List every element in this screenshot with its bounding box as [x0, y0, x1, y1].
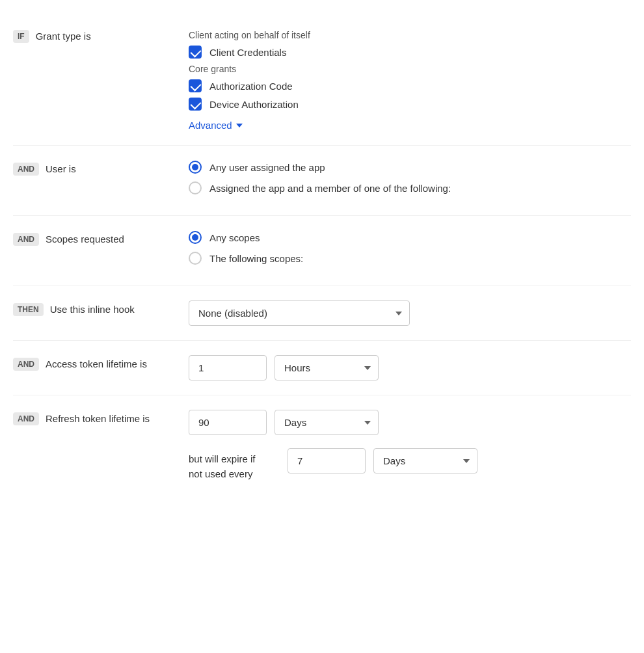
access-token-label-col: AND Access token lifetime is — [13, 355, 182, 371]
expire-label: but will expire if not used every — [189, 446, 280, 481]
inline-hook-select[interactable]: None (disabled) — [189, 300, 410, 326]
any-scopes-radio-row[interactable]: Any scopes — [189, 230, 631, 246]
expire-label-line1: but will expire if — [189, 453, 256, 464]
refresh-token-unit-wrapper[interactable]: Days Hours Minutes — [275, 410, 379, 435]
refresh-token-label: Refresh token lifetime is — [46, 412, 150, 424]
client-credentials-checkbox-row[interactable]: Client Credentials — [189, 46, 631, 59]
device-authorization-checkbox-row[interactable]: Device Authorization — [189, 98, 631, 111]
device-authorization-label: Device Authorization — [209, 99, 299, 110]
device-authorization-checkbox[interactable] — [189, 98, 202, 111]
assigned-user-label: Assigned the app and a member of one of … — [209, 181, 451, 196]
advanced-label: Advanced — [189, 120, 232, 131]
access-token-input[interactable] — [189, 355, 267, 380]
scopes-and-badge: AND — [13, 233, 39, 246]
expire-row: but will expire if not used every Days H… — [189, 446, 631, 481]
expire-unit-select[interactable]: Days Hours Minutes — [373, 448, 477, 473]
inline-hook-label-col: THEN Use this inline hook — [13, 300, 182, 316]
access-token-content: Hours Minutes Days — [182, 355, 631, 380]
following-scopes-radio-row[interactable]: The following scopes: — [189, 251, 631, 267]
chevron-down-icon — [236, 124, 243, 127]
core-grants-label: Core grants — [189, 64, 631, 74]
grant-type-label-col: IF Grant type is — [13, 27, 182, 43]
client-credentials-label: Client Credentials — [209, 47, 286, 58]
user-content: Any user assigned the app Assigned the a… — [182, 160, 631, 201]
scopes-content: Any scopes The following scopes: — [182, 230, 631, 271]
if-badge: IF — [13, 30, 29, 43]
following-scopes-label: The following scopes: — [209, 251, 303, 267]
expire-unit-wrapper[interactable]: Days Hours Minutes — [373, 448, 477, 473]
refresh-token-label-col: AND Refresh token lifetime is — [13, 410, 182, 425]
any-scopes-radio[interactable] — [189, 231, 202, 244]
grant-type-content: Client acting on behalf of itself Client… — [182, 27, 631, 131]
scopes-label-col: AND Scopes requested — [13, 230, 182, 246]
authorization-code-checkbox-row[interactable]: Authorization Code — [189, 79, 631, 92]
access-token-label: Access token lifetime is — [46, 358, 147, 369]
refresh-token-content: Days Hours Minutes but will expire if no… — [182, 410, 631, 481]
inline-hook-section: THEN Use this inline hook None (disabled… — [13, 286, 631, 341]
grant-type-label: Grant type is — [36, 30, 91, 42]
access-token-and-badge: AND — [13, 358, 39, 371]
any-user-label: Any user assigned the app — [209, 160, 325, 176]
access-token-unit-wrapper[interactable]: Hours Minutes Days — [275, 355, 379, 380]
client-credentials-checkbox[interactable] — [189, 46, 202, 59]
expire-inputs: Days Hours Minutes — [288, 446, 477, 473]
refresh-token-section: AND Refresh token lifetime is Days Hours… — [13, 395, 631, 496]
user-and-badge: AND — [13, 163, 39, 176]
any-user-radio-row[interactable]: Any user assigned the app — [189, 160, 631, 176]
user-label-col: AND User is — [13, 160, 182, 176]
access-token-row: Hours Minutes Days — [189, 355, 631, 380]
authorization-code-label: Authorization Code — [209, 81, 293, 92]
refresh-token-input[interactable] — [189, 410, 267, 435]
access-token-unit-select[interactable]: Hours Minutes Days — [275, 355, 379, 380]
following-scopes-radio[interactable] — [189, 252, 202, 265]
client-group-label: Client acting on behalf of itself — [189, 30, 631, 40]
refresh-token-row: Days Hours Minutes — [189, 410, 631, 435]
inline-hook-content: None (disabled) — [182, 300, 631, 326]
then-badge: THEN — [13, 303, 44, 316]
inline-hook-select-wrapper[interactable]: None (disabled) — [189, 300, 410, 326]
refresh-token-unit-select[interactable]: Days Hours Minutes — [275, 410, 379, 435]
grant-type-section: IF Grant type is Client acting on behalf… — [13, 13, 631, 146]
assigned-user-radio-row[interactable]: Assigned the app and a member of one of … — [189, 181, 631, 196]
refresh-token-and-badge: AND — [13, 412, 39, 425]
any-user-radio[interactable] — [189, 161, 202, 174]
authorization-code-checkbox[interactable] — [189, 79, 202, 92]
inline-hook-label: Use this inline hook — [50, 303, 135, 315]
advanced-link[interactable]: Advanced — [189, 120, 631, 131]
assigned-user-radio[interactable] — [189, 181, 202, 194]
expire-label-line2: not used every — [189, 468, 252, 479]
expire-value-input[interactable] — [288, 448, 366, 473]
user-label: User is — [46, 163, 76, 174]
access-token-section: AND Access token lifetime is Hours Minut… — [13, 341, 631, 395]
scopes-section: AND Scopes requested Any scopes The foll… — [13, 216, 631, 286]
user-section: AND User is Any user assigned the app As… — [13, 146, 631, 216]
any-scopes-label: Any scopes — [209, 230, 260, 246]
scopes-label: Scopes requested — [46, 233, 124, 245]
